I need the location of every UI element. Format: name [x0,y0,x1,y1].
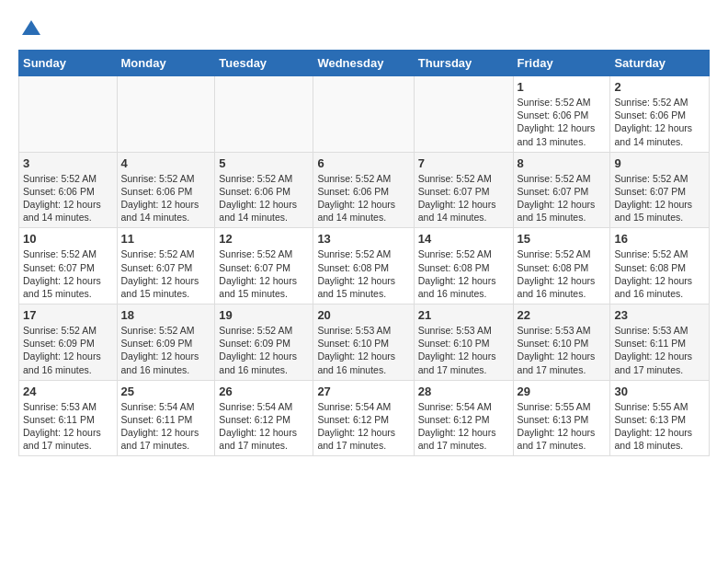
calendar-day-cell: 6Sunrise: 5:52 AM Sunset: 6:06 PM Daylig… [313,152,414,228]
calendar-header-row: SundayMondayTuesdayWednesdayThursdayFrid… [19,51,710,76]
day-number: 9 [614,156,705,170]
calendar-day-cell: 28Sunrise: 5:54 AM Sunset: 6:12 PM Dayli… [414,380,513,456]
day-info: Sunrise: 5:52 AM Sunset: 6:07 PM Dayligh… [614,172,705,224]
day-info: Sunrise: 5:52 AM Sunset: 6:07 PM Dayligh… [121,247,211,300]
day-info: Sunrise: 5:54 AM Sunset: 6:12 PM Dayligh… [418,400,509,453]
day-info: Sunrise: 5:52 AM Sunset: 6:06 PM Dayligh… [317,172,409,224]
weekday-header: Friday [513,51,610,76]
day-number: 14 [418,232,509,246]
day-number: 28 [418,385,509,398]
day-info: Sunrise: 5:52 AM Sunset: 6:09 PM Dayligh… [121,324,211,376]
calendar-table: SundayMondayTuesdayWednesdayThursdayFrid… [18,50,710,456]
logo-icon [20,18,42,40]
day-number: 11 [121,232,211,246]
calendar-day-cell: 3Sunrise: 5:52 AM Sunset: 6:06 PM Daylig… [19,152,118,228]
calendar-day-cell: 20Sunrise: 5:53 AM Sunset: 6:10 PM Dayli… [313,304,414,381]
weekday-header: Tuesday [215,51,313,76]
weekday-header: Sunday [19,51,118,76]
calendar-day-cell: 10Sunrise: 5:52 AM Sunset: 6:07 PM Dayli… [19,228,118,304]
day-number: 2 [614,80,705,94]
day-number: 8 [518,156,607,170]
calendar-day-cell: 26Sunrise: 5:54 AM Sunset: 6:12 PM Dayli… [215,380,313,456]
calendar-day-cell: 12Sunrise: 5:52 AM Sunset: 6:07 PM Dayli… [215,228,313,304]
weekday-header: Saturday [610,51,710,76]
calendar-day-cell: 2Sunrise: 5:52 AM Sunset: 6:06 PM Daylig… [610,76,710,153]
day-number: 3 [23,156,113,170]
page-header [18,18,710,40]
day-info: Sunrise: 5:54 AM Sunset: 6:11 PM Dayligh… [121,400,211,453]
day-info: Sunrise: 5:52 AM Sunset: 6:09 PM Dayligh… [219,324,309,376]
day-info: Sunrise: 5:53 AM Sunset: 6:11 PM Dayligh… [614,324,705,376]
day-number: 20 [317,308,409,322]
calendar-day-cell: 27Sunrise: 5:54 AM Sunset: 6:12 PM Dayli… [313,380,414,456]
calendar-day-cell [313,76,414,153]
day-info: Sunrise: 5:53 AM Sunset: 6:10 PM Dayligh… [317,324,409,376]
day-number: 5 [219,156,309,170]
calendar-day-cell [215,76,313,153]
day-info: Sunrise: 5:55 AM Sunset: 6:13 PM Dayligh… [614,400,705,453]
calendar-day-cell: 30Sunrise: 5:55 AM Sunset: 6:13 PM Dayli… [610,380,710,456]
calendar-day-cell: 5Sunrise: 5:52 AM Sunset: 6:06 PM Daylig… [215,152,313,228]
calendar-week-row: 24Sunrise: 5:53 AM Sunset: 6:11 PM Dayli… [19,380,710,456]
day-number: 4 [121,156,211,170]
day-info: Sunrise: 5:54 AM Sunset: 6:12 PM Dayligh… [317,400,409,453]
weekday-header: Monday [117,51,215,76]
calendar-week-row: 10Sunrise: 5:52 AM Sunset: 6:07 PM Dayli… [19,228,710,304]
calendar-day-cell: 18Sunrise: 5:52 AM Sunset: 6:09 PM Dayli… [117,304,215,381]
calendar-day-cell: 21Sunrise: 5:53 AM Sunset: 6:10 PM Dayli… [414,304,513,381]
calendar-day-cell: 4Sunrise: 5:52 AM Sunset: 6:06 PM Daylig… [117,152,215,228]
day-info: Sunrise: 5:53 AM Sunset: 6:10 PM Dayligh… [418,324,509,376]
calendar-week-row: 1Sunrise: 5:52 AM Sunset: 6:06 PM Daylig… [19,76,710,153]
day-info: Sunrise: 5:52 AM Sunset: 6:08 PM Dayligh… [518,247,607,300]
day-number: 21 [418,308,509,322]
day-number: 26 [219,385,309,398]
day-info: Sunrise: 5:52 AM Sunset: 6:07 PM Dayligh… [219,247,309,300]
day-info: Sunrise: 5:52 AM Sunset: 6:07 PM Dayligh… [518,172,607,224]
calendar-day-cell: 19Sunrise: 5:52 AM Sunset: 6:09 PM Dayli… [215,304,313,381]
calendar-day-cell: 1Sunrise: 5:52 AM Sunset: 6:06 PM Daylig… [513,76,610,153]
calendar-day-cell: 7Sunrise: 5:52 AM Sunset: 6:07 PM Daylig… [414,152,513,228]
day-number: 27 [317,385,409,398]
day-number: 19 [219,308,309,322]
calendar-day-cell: 17Sunrise: 5:52 AM Sunset: 6:09 PM Dayli… [19,304,118,381]
calendar-day-cell: 13Sunrise: 5:52 AM Sunset: 6:08 PM Dayli… [313,228,414,304]
calendar-day-cell [414,76,513,153]
calendar-day-cell: 16Sunrise: 5:52 AM Sunset: 6:08 PM Dayli… [610,228,710,304]
day-info: Sunrise: 5:52 AM Sunset: 6:06 PM Dayligh… [518,96,607,148]
logo [18,18,42,40]
day-info: Sunrise: 5:52 AM Sunset: 6:06 PM Dayligh… [219,172,309,224]
day-number: 29 [518,385,607,398]
calendar-day-cell [19,76,118,153]
weekday-header: Wednesday [313,51,414,76]
day-info: Sunrise: 5:52 AM Sunset: 6:06 PM Dayligh… [23,172,113,224]
day-number: 25 [121,385,211,398]
calendar-day-cell [117,76,215,153]
day-number: 30 [614,385,705,398]
day-number: 10 [23,232,113,246]
day-info: Sunrise: 5:52 AM Sunset: 6:08 PM Dayligh… [614,247,705,300]
calendar-day-cell: 15Sunrise: 5:52 AM Sunset: 6:08 PM Dayli… [513,228,610,304]
day-number: 15 [518,232,607,246]
calendar-day-cell: 23Sunrise: 5:53 AM Sunset: 6:11 PM Dayli… [610,304,710,381]
day-info: Sunrise: 5:54 AM Sunset: 6:12 PM Dayligh… [219,400,309,453]
day-info: Sunrise: 5:52 AM Sunset: 6:06 PM Dayligh… [121,172,211,224]
day-number: 18 [121,308,211,322]
calendar-week-row: 17Sunrise: 5:52 AM Sunset: 6:09 PM Dayli… [19,304,710,381]
day-info: Sunrise: 5:52 AM Sunset: 6:08 PM Dayligh… [317,247,409,300]
day-info: Sunrise: 5:52 AM Sunset: 6:06 PM Dayligh… [614,96,705,148]
day-number: 16 [614,232,705,246]
day-info: Sunrise: 5:52 AM Sunset: 6:07 PM Dayligh… [418,172,509,224]
day-info: Sunrise: 5:52 AM Sunset: 6:09 PM Dayligh… [23,324,113,376]
day-number: 12 [219,232,309,246]
day-number: 24 [23,385,113,398]
day-number: 22 [518,308,607,322]
day-number: 7 [418,156,509,170]
day-number: 6 [317,156,409,170]
weekday-header: Thursday [414,51,513,76]
calendar-day-cell: 25Sunrise: 5:54 AM Sunset: 6:11 PM Dayli… [117,380,215,456]
calendar-day-cell: 24Sunrise: 5:53 AM Sunset: 6:11 PM Dayli… [19,380,118,456]
day-info: Sunrise: 5:52 AM Sunset: 6:08 PM Dayligh… [418,247,509,300]
day-number: 17 [23,308,113,322]
calendar-day-cell: 14Sunrise: 5:52 AM Sunset: 6:08 PM Dayli… [414,228,513,304]
calendar-day-cell: 8Sunrise: 5:52 AM Sunset: 6:07 PM Daylig… [513,152,610,228]
